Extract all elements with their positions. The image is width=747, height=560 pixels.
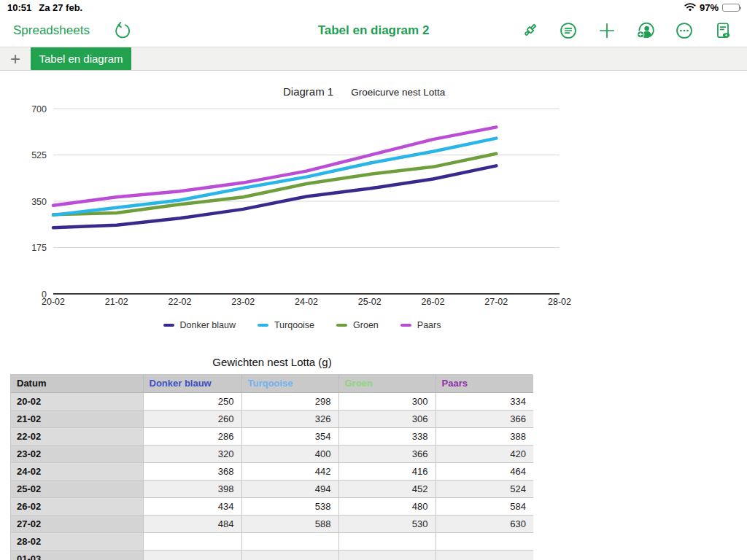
add-icon[interactable] (597, 21, 616, 41)
row-header-cell[interactable]: 22-02 (11, 427, 143, 445)
table-cell[interactable]: 484 (143, 515, 241, 532)
table-cell[interactable]: 452 (338, 480, 436, 497)
table-cell[interactable]: 416 (338, 462, 436, 480)
battery-icon (722, 4, 740, 12)
x-tick-label: 24-02 (295, 297, 318, 307)
table-cell[interactable] (241, 532, 338, 550)
row-header-cell[interactable]: 20-02 (11, 392, 143, 410)
tab-tabel-en-diagram[interactable]: Tabel en diagram (31, 47, 131, 70)
spreadsheets-back-button[interactable]: Spreadsheets (13, 23, 90, 38)
row-header-cell[interactable]: 01-03 (11, 550, 143, 560)
column-header[interactable]: Turqooise (241, 375, 338, 392)
row-header-cell[interactable]: 25-02 (11, 480, 143, 497)
column-header[interactable]: Groen (338, 375, 436, 392)
table-cell[interactable]: 368 (143, 462, 241, 480)
legend-dash-icon (400, 324, 411, 327)
table-cell[interactable] (338, 550, 436, 560)
collaborate-icon[interactable] (635, 21, 655, 41)
table-cell[interactable]: 434 (143, 497, 241, 515)
add-sheet-button[interactable]: + (0, 47, 31, 70)
undo-icon[interactable] (113, 21, 133, 41)
table-row: 23-02320400366420 (11, 445, 533, 462)
legend-dash-icon (163, 324, 174, 327)
table-row: 26-02434538480584 (11, 497, 533, 515)
table-cell[interactable]: 398 (143, 480, 241, 497)
column-header[interactable]: Donker blauw (143, 375, 241, 392)
table-cell[interactable]: 630 (436, 515, 533, 532)
table-cell[interactable]: 530 (338, 515, 436, 532)
x-tick-label: 20-02 (42, 297, 65, 307)
table-cell[interactable]: 538 (241, 497, 338, 515)
table-cell[interactable]: 354 (241, 427, 338, 445)
legend-item[interactable]: Paars (400, 320, 441, 330)
column-header[interactable]: Datum (11, 375, 143, 392)
table-cell[interactable]: 298 (241, 392, 338, 410)
clock: 10:51 (7, 2, 31, 13)
weights-table[interactable]: DatumDonker blauwTurqooiseGroenPaars 20-… (10, 374, 533, 560)
table-cell[interactable]: 260 (143, 410, 241, 427)
legend-item[interactable]: Turqooise (258, 320, 314, 330)
table-row: 28-02 (11, 532, 533, 550)
table-cell[interactable] (338, 532, 436, 550)
toolbar: Spreadsheets Tabel en diagram 2 (0, 15, 747, 47)
table-cell[interactable] (436, 532, 533, 550)
table-row: 25-02398494452524 (11, 480, 533, 497)
table-cell[interactable] (436, 550, 533, 560)
table-cell[interactable] (143, 532, 241, 550)
table-cell[interactable]: 420 (436, 445, 533, 462)
legend-label: Groen (353, 320, 379, 330)
table-row: 24-02368442416464 (11, 462, 533, 480)
row-header-cell[interactable]: 21-02 (11, 410, 143, 427)
table-cell[interactable]: 326 (241, 410, 338, 427)
column-header[interactable]: Paars (436, 375, 533, 392)
table-cell[interactable]: 464 (436, 462, 533, 480)
table-cell[interactable]: 588 (241, 515, 338, 532)
chart-title[interactable]: Diagram 1 (283, 85, 333, 98)
line-chart[interactable]: 017535052570020-0221-0222-0223-0224-0225… (0, 100, 747, 316)
table-cell[interactable]: 300 (338, 392, 436, 410)
table-cell[interactable]: 320 (143, 445, 241, 462)
table-cell[interactable]: 494 (241, 480, 338, 497)
table-cell[interactable]: 400 (241, 445, 338, 462)
table-title[interactable]: Gewichten nest Lotta (g) (0, 356, 544, 368)
table-cell[interactable]: 524 (436, 480, 533, 497)
table-cell[interactable]: 338 (338, 427, 436, 445)
y-tick-label: 175 (31, 243, 47, 253)
table-row: 01-03 (11, 550, 533, 560)
row-header-cell[interactable]: 28-02 (11, 532, 143, 550)
legend-label: Donker blauw (180, 320, 236, 330)
legend-item[interactable]: Donker blauw (163, 320, 236, 330)
table-cell[interactable]: 366 (338, 445, 436, 462)
format-brush-icon[interactable] (519, 21, 539, 41)
row-header-cell[interactable]: 27-02 (11, 515, 143, 532)
table-cell[interactable]: 442 (241, 462, 338, 480)
x-tick-label: 23-02 (231, 297, 255, 307)
table-cell[interactable]: 366 (436, 410, 533, 427)
table-cell[interactable]: 334 (436, 392, 533, 410)
row-header-cell[interactable]: 26-02 (11, 497, 143, 515)
table-cell[interactable] (143, 550, 241, 560)
table-cell[interactable]: 306 (338, 410, 436, 427)
table-cell[interactable] (241, 550, 338, 560)
document-view-icon[interactable] (713, 21, 732, 41)
table-cell[interactable]: 250 (143, 392, 241, 410)
row-header-cell[interactable]: 23-02 (11, 445, 143, 462)
table-cell[interactable]: 388 (436, 427, 533, 445)
legend-label: Paars (417, 320, 441, 330)
legend-item[interactable]: Groen (336, 320, 379, 330)
x-tick-label: 25-02 (358, 297, 382, 307)
status-bar: 10:51 Za 27 feb. 97% (0, 0, 747, 15)
table-header-row[interactable]: DatumDonker blauwTurqooiseGroenPaars (11, 375, 533, 392)
x-tick-label: 27-02 (484, 297, 508, 307)
more-icon[interactable] (674, 21, 694, 41)
chart-subtitle[interactable]: Groeicurve nest Lotta (351, 87, 445, 98)
table-cell[interactable]: 480 (338, 497, 436, 515)
table-cell[interactable]: 286 (143, 427, 241, 445)
table-row: 22-02286354338388 (11, 427, 533, 445)
x-tick-label: 22-02 (169, 297, 192, 307)
view-options-icon[interactable] (558, 21, 578, 41)
x-tick-label: 21-02 (105, 297, 128, 307)
row-header-cell[interactable]: 24-02 (11, 462, 143, 480)
table-cell[interactable]: 584 (436, 497, 533, 515)
chart-title-row: Diagram 1 Groeicurve nest Lotta (283, 85, 445, 98)
